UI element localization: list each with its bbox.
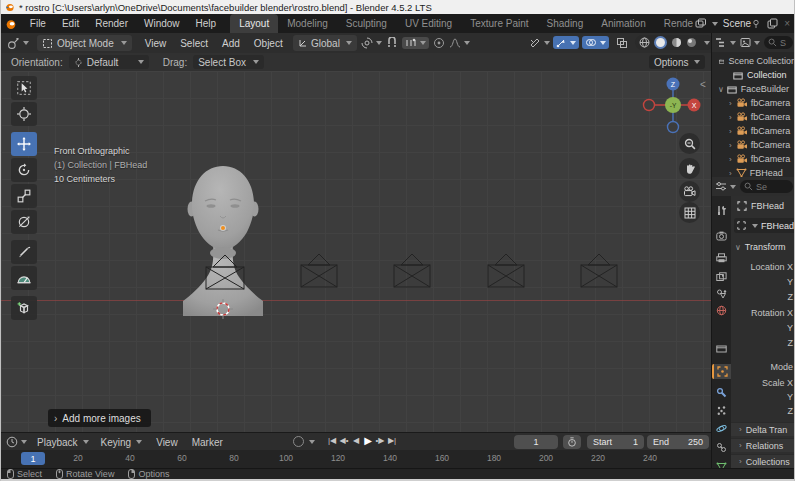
properties-search[interactable]: Se [740, 180, 793, 193]
collapse-chevron-icon[interactable]: › [729, 113, 732, 122]
shading-wireframe-icon[interactable] [639, 37, 650, 48]
play-button[interactable]: ▶ [362, 435, 374, 446]
pin-icon[interactable] [751, 19, 761, 29]
options-dropdown[interactable]: Options [649, 55, 705, 69]
zoom-button[interactable] [679, 133, 700, 154]
outliner-row-camera[interactable]: › fbCamera [712, 96, 795, 110]
timeline-ruler[interactable]: 1 20 40 60 80 100 120 140 160 180 200 22… [1, 450, 711, 468]
outliner-row-fbhead[interactable]: › FBHead [712, 166, 795, 177]
proportional-editing-icon[interactable] [433, 37, 445, 49]
tab-object[interactable] [712, 364, 731, 379]
menu-keying[interactable]: Keying [101, 437, 143, 448]
camera-frustum[interactable] [298, 253, 340, 289]
outliner-row-camera[interactable]: › fbCamera [712, 138, 795, 152]
editor-type-icon[interactable] [7, 37, 20, 50]
new-scene-icon[interactable] [767, 18, 778, 29]
play-reverse-button[interactable]: ◀ [350, 436, 362, 445]
tab-layout[interactable]: Layout [230, 14, 278, 33]
prev-keyframe-button[interactable]: ◀• [338, 436, 350, 445]
tab-view-layer[interactable] [714, 269, 729, 284]
menu-object[interactable]: Object [247, 33, 290, 53]
tab-constraints[interactable] [714, 440, 729, 455]
tab-world[interactable] [714, 303, 729, 318]
scene-dropdown-caret[interactable] [712, 22, 718, 26]
orientation-setting-dropdown[interactable]: Default [69, 55, 149, 69]
autokey-toggle[interactable] [293, 436, 315, 447]
menu-playback[interactable]: Playback [37, 437, 89, 448]
panel-collections[interactable]: ›Collections [731, 454, 795, 468]
collapse-chevron-icon[interactable]: › [729, 99, 732, 108]
camera-view-button[interactable] [679, 181, 700, 202]
menu-edit[interactable]: Edit [54, 14, 87, 33]
panel-relations[interactable]: ›Relations [731, 438, 795, 452]
use-preview-range-button[interactable] [563, 435, 581, 449]
outliner-filter-dropdown[interactable] [740, 37, 760, 48]
tab-particles[interactable] [714, 403, 729, 418]
frame-start-field[interactable]: Start1 [587, 435, 644, 449]
menu-tl-view[interactable]: View [156, 437, 178, 448]
shading-rendered-icon[interactable] [686, 37, 697, 48]
tab-animation[interactable]: Animation [592, 14, 654, 33]
pan-hand-button[interactable] [679, 158, 700, 179]
head-model[interactable] [183, 164, 263, 316]
view-layer-icon[interactable] [695, 18, 707, 29]
navigation-gizmo[interactable]: Z X -Y [641, 76, 705, 134]
menu-view[interactable]: View [138, 33, 174, 53]
playhead-current-frame[interactable]: 1 [21, 452, 45, 465]
timeline-editor-type-dropdown[interactable] [6, 436, 27, 448]
tab-tool[interactable] [714, 203, 729, 218]
tool-rotate[interactable] [11, 158, 37, 182]
show-gizmo-toggle[interactable] [553, 36, 579, 49]
editor-type-caret[interactable] [23, 41, 29, 45]
menu-select[interactable]: Select [173, 33, 215, 53]
xray-toggle-icon[interactable] [616, 37, 628, 49]
camera-frustum[interactable] [485, 253, 527, 289]
outliner-row-camera[interactable]: › fbCamera [712, 110, 795, 124]
camera-frustum[interactable] [578, 253, 620, 289]
current-frame-field[interactable]: 1 [514, 435, 558, 449]
drag-setting-dropdown[interactable]: Select Box [193, 55, 264, 69]
scene-name[interactable]: Scene [723, 18, 751, 29]
mode-dropdown[interactable]: Object Mode [37, 35, 132, 51]
tool-select-box[interactable] [11, 76, 37, 100]
collapse-chevron-icon[interactable]: › [729, 127, 732, 136]
gizmo-neg-z[interactable] [668, 122, 679, 133]
properties-breadcrumb[interactable]: FBHead [737, 201, 784, 211]
properties-editor-type-dropdown[interactable] [715, 181, 736, 192]
shading-solid-active[interactable] [654, 36, 667, 49]
object-selector[interactable]: FBHead [734, 218, 795, 233]
tool-measure[interactable] [11, 266, 37, 290]
show-overlays-toggle[interactable] [582, 36, 609, 49]
next-keyframe-button[interactable]: •▶ [374, 436, 386, 445]
shading-dropdown-caret[interactable] [704, 41, 710, 45]
tab-collection[interactable] [714, 341, 729, 356]
camera-frustum[interactable] [203, 254, 247, 292]
delete-scene-icon[interactable]: × [784, 18, 790, 29]
jump-to-start-button[interactable]: |◀ [326, 436, 338, 445]
jump-to-end-button[interactable]: ▶| [386, 436, 398, 445]
viewport-3d[interactable]: Front Orthographic (1) Collection | FBHe… [1, 71, 711, 432]
tab-physics[interactable] [714, 421, 729, 436]
snap-target-dropdown[interactable] [402, 37, 429, 49]
tab-object-data[interactable] [714, 459, 729, 468]
menu-file[interactable]: File [22, 14, 54, 33]
menu-window[interactable]: Window [136, 14, 188, 33]
outliner-row-camera[interactable]: › fbCamera [712, 124, 795, 138]
shading-material-icon[interactable] [671, 37, 682, 48]
snap-magnet-icon[interactable] [386, 37, 398, 49]
tool-move[interactable] [11, 132, 37, 156]
menu-render[interactable]: Render [87, 14, 136, 33]
pivot-point-dropdown[interactable] [361, 37, 382, 49]
tab-output[interactable] [714, 250, 729, 265]
tab-uv-editing[interactable]: UV Editing [396, 14, 461, 33]
tab-shading[interactable]: Shading [538, 14, 593, 33]
tab-sculpting[interactable]: Sculpting [337, 14, 396, 33]
tool-add-cube[interactable] [11, 296, 37, 320]
tab-render[interactable] [714, 228, 729, 243]
orthographic-toggle-button[interactable] [679, 202, 700, 223]
panel-delta-transform[interactable]: ›Delta Tran [731, 422, 795, 436]
outliner-row-facebuilder[interactable]: ∨ FaceBuilder [712, 82, 795, 96]
tool-scale[interactable] [11, 184, 37, 208]
gizmo-neg-x[interactable] [644, 100, 655, 111]
outliner-display-mode-dropdown[interactable] [715, 37, 736, 48]
